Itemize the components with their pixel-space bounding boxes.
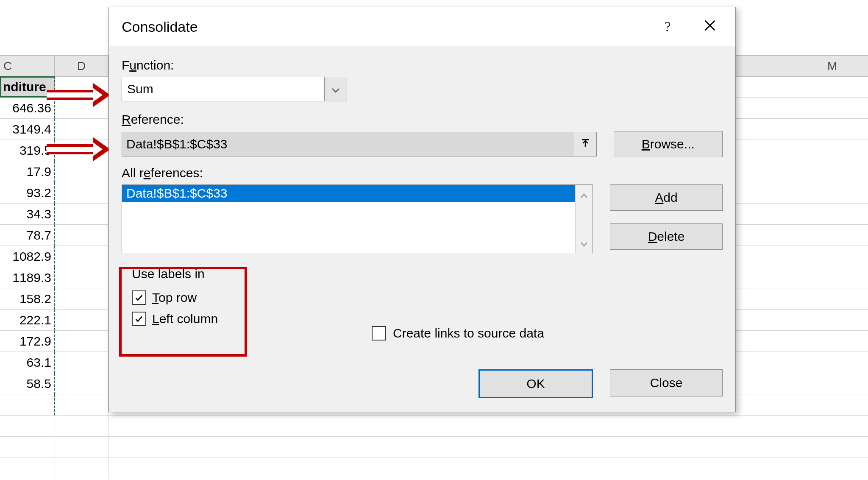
function-value: Sum	[122, 77, 324, 101]
cell[interactable]: 158.2	[0, 288, 55, 310]
top-row-label: Top row	[152, 290, 197, 305]
close-dialog-button[interactable]: Close	[610, 369, 723, 396]
ok-button[interactable]: OK	[479, 369, 593, 398]
close-button[interactable]	[691, 7, 729, 46]
cell[interactable]: 17.9	[0, 161, 55, 182]
cell[interactable]: 93.2	[0, 182, 55, 204]
all-references-list[interactable]: Data!$B$1:$C$33	[122, 184, 593, 253]
cell[interactable]: 1189.3	[0, 267, 55, 288]
col-header-C[interactable]: C	[0, 56, 55, 76]
left-column-label: Left column	[152, 312, 218, 326]
cell[interactable]: 34.3	[0, 204, 55, 225]
titlebar: Consolidate ?	[109, 7, 735, 46]
collapse-icon	[580, 137, 590, 151]
top-row-checkbox[interactable]	[132, 290, 146, 305]
scrollbar[interactable]	[575, 185, 593, 253]
close-icon	[704, 19, 716, 35]
col-header-M[interactable]: M	[809, 56, 868, 76]
cell[interactable]: 3149.4	[0, 119, 55, 140]
cell[interactable]: 172.9	[0, 331, 55, 352]
cell[interactable]: 1082.9	[0, 246, 55, 267]
function-label: Function:	[122, 58, 723, 73]
list-item[interactable]: Data!$B$1:$C$33	[122, 185, 575, 202]
col-header-D[interactable]: D	[55, 56, 108, 76]
function-combo[interactable]: Sum	[122, 77, 347, 101]
cell[interactable]: 63.1	[0, 352, 55, 373]
cell[interactable]: 222.1	[0, 310, 55, 331]
help-button[interactable]: ?	[648, 7, 687, 46]
chevron-down-icon	[331, 82, 340, 96]
consolidate-dialog: Consolidate ? Function: Sum Reference:	[108, 7, 736, 412]
reference-input[interactable]	[122, 132, 574, 156]
all-references-label: All references:	[122, 166, 723, 180]
annotation-arrow-reference	[47, 137, 110, 161]
create-links-checkbox[interactable]	[372, 326, 386, 340]
annotation-arrow-function	[47, 83, 110, 107]
browse-button[interactable]: Browse...	[614, 131, 723, 157]
dialog-title: Consolidate	[122, 19, 198, 35]
use-labels-group: Use labels in Top row Left column	[122, 260, 228, 335]
create-links-label: Create links to source data	[393, 326, 544, 340]
add-button[interactable]: Add	[610, 184, 723, 211]
collapse-dialog-button[interactable]	[574, 132, 596, 156]
scroll-up-icon	[580, 187, 588, 202]
delete-button[interactable]: Delete	[610, 223, 723, 250]
use-labels-legend: Use labels in	[132, 267, 218, 284]
left-column-checkbox[interactable]	[132, 312, 146, 326]
reference-label: Reference:	[122, 112, 723, 127]
cell[interactable]: 58.5	[0, 373, 55, 394]
cell[interactable]: 78.7	[0, 225, 55, 246]
scroll-down-icon	[580, 236, 588, 250]
function-dropdown-button[interactable]	[324, 77, 347, 101]
svg-rect-0	[582, 139, 589, 140]
